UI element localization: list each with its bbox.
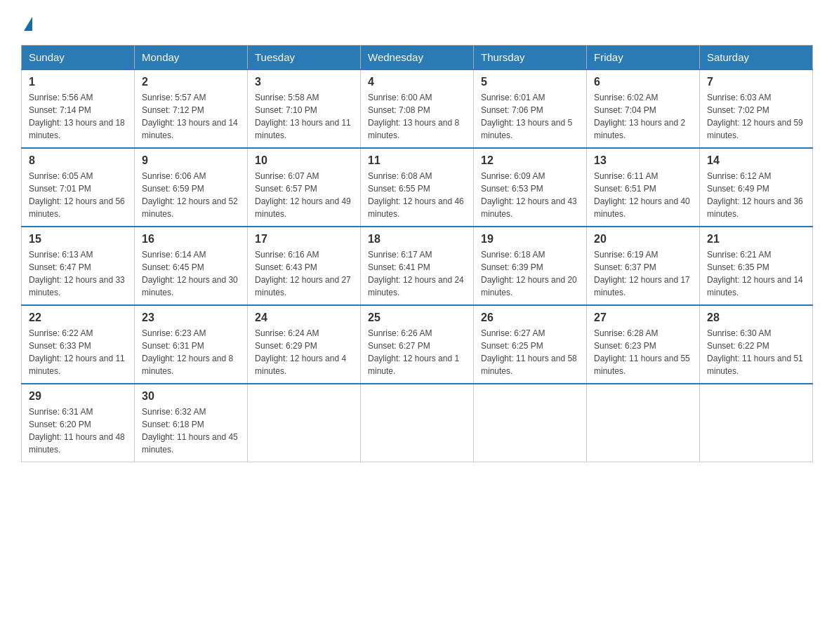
day-info: Sunrise: 6:09 AMSunset: 6:53 PMDaylight:…: [481, 170, 579, 220]
day-info: Sunrise: 6:32 AMSunset: 6:18 PMDaylight:…: [142, 405, 240, 456]
calendar-cell: 30 Sunrise: 6:32 AMSunset: 6:18 PMDaylig…: [135, 384, 248, 462]
calendar-cell: 12 Sunrise: 6:09 AMSunset: 6:53 PMDaylig…: [474, 148, 587, 227]
calendar-cell: 17 Sunrise: 6:16 AMSunset: 6:43 PMDaylig…: [248, 227, 361, 305]
day-info: Sunrise: 6:19 AMSunset: 6:37 PMDaylight:…: [594, 248, 692, 299]
day-info: Sunrise: 5:57 AMSunset: 7:12 PMDaylight:…: [142, 91, 240, 142]
calendar-cell: 20 Sunrise: 6:19 AMSunset: 6:37 PMDaylig…: [587, 227, 700, 305]
calendar-cell: 7 Sunrise: 6:03 AMSunset: 7:02 PMDayligh…: [700, 69, 813, 148]
day-info: Sunrise: 6:23 AMSunset: 6:31 PMDaylight:…: [142, 327, 240, 377]
day-number: 28: [707, 311, 805, 324]
calendar-cell: [700, 384, 813, 462]
day-number: 3: [255, 76, 353, 88]
calendar-cell: 13 Sunrise: 6:11 AMSunset: 6:51 PMDaylig…: [587, 148, 700, 227]
day-info: Sunrise: 6:00 AMSunset: 7:08 PMDaylight:…: [368, 91, 466, 142]
day-number: 25: [368, 311, 466, 324]
calendar-week-row: 22 Sunrise: 6:22 AMSunset: 6:33 PMDaylig…: [22, 305, 813, 384]
calendar-week-row: 29 Sunrise: 6:31 AMSunset: 6:20 PMDaylig…: [22, 384, 813, 462]
day-number: 10: [255, 154, 353, 167]
page-header: [21, 14, 813, 31]
day-info: Sunrise: 6:02 AMSunset: 7:04 PMDaylight:…: [594, 91, 692, 142]
day-number: 29: [29, 390, 127, 403]
day-number: 9: [142, 154, 240, 167]
calendar-cell: 22 Sunrise: 6:22 AMSunset: 6:33 PMDaylig…: [22, 305, 135, 384]
calendar-cell: 26 Sunrise: 6:27 AMSunset: 6:25 PMDaylig…: [474, 305, 587, 384]
calendar-table: SundayMondayTuesdayWednesdayThursdayFrid…: [21, 45, 813, 462]
day-number: 20: [594, 233, 692, 246]
calendar-cell: 5 Sunrise: 6:01 AMSunset: 7:06 PMDayligh…: [474, 69, 587, 148]
day-info: Sunrise: 6:17 AMSunset: 6:41 PMDaylight:…: [368, 248, 466, 299]
day-info: Sunrise: 6:24 AMSunset: 6:29 PMDaylight:…: [255, 327, 353, 377]
day-number: 11: [368, 154, 466, 167]
calendar-week-row: 15 Sunrise: 6:13 AMSunset: 6:47 PMDaylig…: [22, 227, 813, 305]
day-info: Sunrise: 6:28 AMSunset: 6:23 PMDaylight:…: [594, 327, 692, 377]
calendar-header-thursday: Thursday: [474, 46, 587, 70]
calendar-cell: 8 Sunrise: 6:05 AMSunset: 7:01 PMDayligh…: [22, 148, 135, 227]
day-info: Sunrise: 6:14 AMSunset: 6:45 PMDaylight:…: [142, 248, 240, 299]
day-info: Sunrise: 6:18 AMSunset: 6:39 PMDaylight:…: [481, 248, 579, 299]
calendar-cell: 9 Sunrise: 6:06 AMSunset: 6:59 PMDayligh…: [135, 148, 248, 227]
day-number: 4: [368, 76, 466, 88]
calendar-cell: [248, 384, 361, 462]
day-number: 30: [142, 390, 240, 403]
calendar-cell: 11 Sunrise: 6:08 AMSunset: 6:55 PMDaylig…: [361, 148, 474, 227]
calendar-header-friday: Friday: [587, 46, 700, 70]
day-info: Sunrise: 6:01 AMSunset: 7:06 PMDaylight:…: [481, 91, 579, 142]
calendar-cell: 21 Sunrise: 6:21 AMSunset: 6:35 PMDaylig…: [700, 227, 813, 305]
day-number: 5: [481, 76, 579, 88]
day-number: 17: [255, 233, 353, 246]
day-number: 12: [481, 154, 579, 167]
calendar-cell: 6 Sunrise: 6:02 AMSunset: 7:04 PMDayligh…: [587, 69, 700, 148]
day-number: 2: [142, 76, 240, 88]
day-info: Sunrise: 6:11 AMSunset: 6:51 PMDaylight:…: [594, 170, 692, 220]
day-number: 16: [142, 233, 240, 246]
day-info: Sunrise: 6:03 AMSunset: 7:02 PMDaylight:…: [707, 91, 805, 142]
day-number: 23: [142, 311, 240, 324]
day-number: 19: [481, 233, 579, 246]
day-number: 8: [29, 154, 127, 167]
calendar-header-monday: Monday: [135, 46, 248, 70]
day-info: Sunrise: 6:31 AMSunset: 6:20 PMDaylight:…: [29, 405, 127, 456]
calendar-cell: 18 Sunrise: 6:17 AMSunset: 6:41 PMDaylig…: [361, 227, 474, 305]
day-number: 27: [594, 311, 692, 324]
calendar-cell: [474, 384, 587, 462]
calendar-cell: 15 Sunrise: 6:13 AMSunset: 6:47 PMDaylig…: [22, 227, 135, 305]
calendar-header-wednesday: Wednesday: [361, 46, 474, 70]
day-number: 14: [707, 154, 805, 167]
day-info: Sunrise: 6:21 AMSunset: 6:35 PMDaylight:…: [707, 248, 805, 299]
day-info: Sunrise: 5:58 AMSunset: 7:10 PMDaylight:…: [255, 91, 353, 142]
day-info: Sunrise: 6:07 AMSunset: 6:57 PMDaylight:…: [255, 170, 353, 220]
logo-text: [21, 14, 32, 31]
day-number: 21: [707, 233, 805, 246]
calendar-cell: 1 Sunrise: 5:56 AMSunset: 7:14 PMDayligh…: [22, 69, 135, 148]
day-number: 1: [29, 76, 127, 88]
day-number: 13: [594, 154, 692, 167]
calendar-cell: 24 Sunrise: 6:24 AMSunset: 6:29 PMDaylig…: [248, 305, 361, 384]
calendar-header-tuesday: Tuesday: [248, 46, 361, 70]
day-number: 7: [707, 76, 805, 88]
day-info: Sunrise: 6:26 AMSunset: 6:27 PMDaylight:…: [368, 327, 466, 377]
calendar-header-sunday: Sunday: [22, 46, 135, 70]
calendar-cell: 4 Sunrise: 6:00 AMSunset: 7:08 PMDayligh…: [361, 69, 474, 148]
day-info: Sunrise: 6:13 AMSunset: 6:47 PMDaylight:…: [29, 248, 127, 299]
calendar-cell: 3 Sunrise: 5:58 AMSunset: 7:10 PMDayligh…: [248, 69, 361, 148]
day-info: Sunrise: 6:30 AMSunset: 6:22 PMDaylight:…: [707, 327, 805, 377]
day-info: Sunrise: 5:56 AMSunset: 7:14 PMDaylight:…: [29, 91, 127, 142]
logo: [21, 14, 32, 31]
calendar-cell: [361, 384, 474, 462]
calendar-cell: 2 Sunrise: 5:57 AMSunset: 7:12 PMDayligh…: [135, 69, 248, 148]
calendar-cell: 16 Sunrise: 6:14 AMSunset: 6:45 PMDaylig…: [135, 227, 248, 305]
calendar-week-row: 1 Sunrise: 5:56 AMSunset: 7:14 PMDayligh…: [22, 69, 813, 148]
day-info: Sunrise: 6:06 AMSunset: 6:59 PMDaylight:…: [142, 170, 240, 220]
day-number: 18: [368, 233, 466, 246]
calendar-cell: 27 Sunrise: 6:28 AMSunset: 6:23 PMDaylig…: [587, 305, 700, 384]
calendar-cell: [587, 384, 700, 462]
calendar-header-row: SundayMondayTuesdayWednesdayThursdayFrid…: [22, 46, 813, 70]
day-info: Sunrise: 6:16 AMSunset: 6:43 PMDaylight:…: [255, 248, 353, 299]
day-number: 26: [481, 311, 579, 324]
logo-triangle-icon: [24, 17, 32, 31]
calendar-cell: 14 Sunrise: 6:12 AMSunset: 6:49 PMDaylig…: [700, 148, 813, 227]
day-info: Sunrise: 6:05 AMSunset: 7:01 PMDaylight:…: [29, 170, 127, 220]
day-info: Sunrise: 6:22 AMSunset: 6:33 PMDaylight:…: [29, 327, 127, 377]
day-number: 22: [29, 311, 127, 324]
calendar-cell: 10 Sunrise: 6:07 AMSunset: 6:57 PMDaylig…: [248, 148, 361, 227]
